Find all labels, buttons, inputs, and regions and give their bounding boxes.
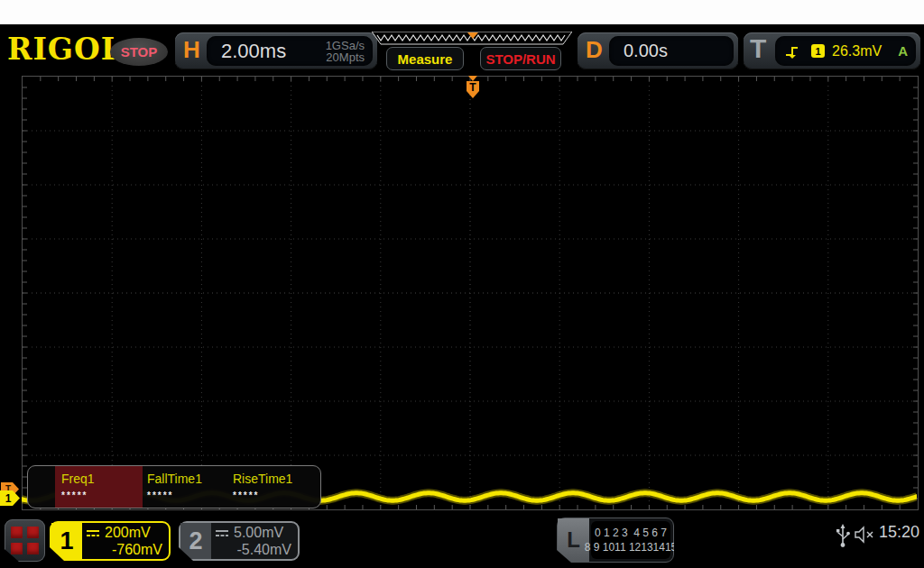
svg-text:1: 1 — [5, 492, 12, 505]
trigger-source-badge: 1 — [811, 44, 825, 58]
graticule — [22, 76, 919, 510]
bottom-bar: 1 200mV -760mV 2 — [0, 512, 924, 568]
acquisition-info: 1GSa/s 20Mpts — [326, 40, 373, 63]
horizontal-box: 2.00ms 1GSa/s 20Mpts — [207, 36, 373, 66]
logic-analyzer-channels: 0 1 2 3 4 5 6 7 8 9 1011 12131415 — [591, 521, 670, 559]
dc-coupling-icon — [86, 528, 101, 538]
run-state-badge: STOP — [110, 38, 168, 66]
measurement-item-risetime1[interactable]: RiseTime1 — [233, 472, 292, 486]
preview-zigzag — [372, 32, 572, 45]
trigger-label: T — [750, 33, 766, 64]
channel1-offset: -760mV — [86, 542, 162, 560]
channel1-scale: 200mV — [105, 525, 151, 541]
titlebar: MSO5102 Sat April 26 15:21:24 2025 — [0, 0, 924, 24]
la-row2: 8 9 1011 12131415 — [585, 540, 678, 554]
measurement-value-falltime1: ***** — [147, 490, 173, 500]
measurement-item-falltime1[interactable]: FallTime1 — [147, 472, 202, 486]
channel2-status[interactable]: 2 5.00mV -5.40mV — [179, 521, 300, 561]
horizontal-panel[interactable]: H 2.00ms 1GSa/s 20Mpts — [175, 32, 377, 69]
trigger-position-letter: T — [469, 81, 476, 94]
channel2-tab: 2 — [180, 523, 211, 559]
header-bar: RIGOL STOP H 2.00ms 1GSa/s 20Mpts Measur… — [0, 24, 924, 74]
stop-run-button[interactable]: STOP/RUN — [480, 47, 561, 70]
oscilloscope-screen: MSO5102 Sat April 26 15:21:24 2025 RIGOL… — [0, 0, 924, 568]
timebase-value: 2.00ms — [221, 40, 286, 63]
trigger-level-value: 26.3mV — [832, 43, 882, 60]
measurement-value-freq1: ***** — [61, 490, 88, 500]
trigger-position-marker[interactable]: T — [465, 76, 481, 100]
rigol-logo: RIGOL — [7, 32, 123, 67]
red-square-icon — [11, 543, 23, 554]
la-row1: 0 1 2 3 4 5 6 7 — [595, 526, 667, 540]
trigger-box: 1 26.3mV A — [775, 36, 916, 66]
clock: 15:20 — [879, 523, 919, 542]
usb-icon — [835, 523, 851, 548]
horizontal-label: H — [183, 36, 200, 64]
measurement-item-freq1[interactable]: Freq1 — [61, 472, 95, 486]
waveform-preview-strip[interactable] — [372, 32, 572, 45]
dc-coupling-icon — [215, 528, 230, 538]
channel1-status[interactable]: 1 200mV -760mV — [50, 521, 171, 561]
trigger-panel[interactable]: T 1 26.3mV A — [744, 32, 920, 69]
channel2-scale: 5.00mV — [234, 525, 283, 541]
red-square-icon — [27, 527, 39, 538]
channel1-tab: 1 — [51, 523, 82, 559]
measurement-value-risetime1: ***** — [233, 490, 259, 500]
channel1-offset-marker[interactable]: 1 — [0, 490, 20, 506]
channel1-values: 200mV -760mV — [86, 524, 162, 560]
channel2-offset: -5.40mV — [215, 542, 291, 560]
delay-label: D — [586, 36, 603, 64]
function-menu-icon[interactable] — [5, 519, 45, 562]
speaker-muted-icon — [854, 526, 877, 544]
measure-button[interactable]: Measure — [386, 47, 464, 70]
delay-box: 0.00s — [609, 36, 734, 66]
logic-analyzer-status[interactable]: L 0 1 2 3 4 5 6 7 8 9 1011 12131415 — [557, 518, 674, 563]
red-square-icon — [27, 543, 39, 554]
red-square-icon — [11, 527, 23, 538]
delay-panel[interactable]: D 0.00s — [578, 32, 738, 69]
delay-value: 0.00s — [624, 41, 668, 61]
channel2-values: 5.00mV -5.40mV — [215, 524, 291, 560]
memory-depth: 20Mpts — [326, 50, 365, 64]
trigger-slope-icon — [784, 44, 800, 59]
trigger-mode: A — [898, 43, 908, 59]
measurement-popup: Freq1 ***** FallTime1 ***** RiseTime1 **… — [27, 465, 321, 508]
grid — [23, 77, 918, 509]
